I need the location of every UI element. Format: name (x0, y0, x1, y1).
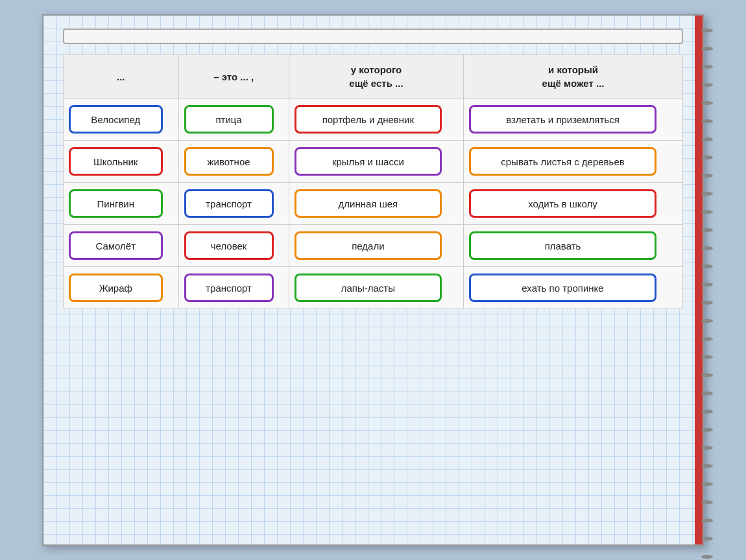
page-content: ... – это ... , у которогоещё есть ... и… (43, 16, 703, 544)
cell-r1-c2: птица (178, 99, 289, 141)
cell-r3-c3: длинная шея (289, 183, 463, 225)
word-card[interactable]: крылья и шасси (295, 147, 442, 176)
word-card[interactable]: педали (295, 231, 442, 260)
cell-r2-c2: животное (178, 141, 289, 183)
cell-r4-c4: плавать (464, 225, 683, 267)
col-header-2: – это ... , (178, 55, 289, 99)
word-card[interactable]: транспорт (184, 189, 274, 218)
word-card[interactable]: Пингвин (69, 189, 163, 218)
cell-r1-c1: Велосипед (64, 99, 179, 141)
word-card[interactable]: Школьник (69, 147, 163, 176)
table-row: Самолётчеловекпедалиплавать (64, 225, 683, 267)
word-card[interactable]: Самолёт (69, 231, 163, 260)
cell-r4-c2: человек (178, 225, 289, 267)
word-card[interactable]: ехать по тропинке (469, 274, 656, 302)
word-card[interactable]: срывать листья с деревьев (469, 147, 656, 176)
word-table: ... – это ... , у которогоещё есть ... и… (63, 54, 683, 309)
cell-r5-c1: Жираф (64, 267, 179, 309)
word-card[interactable]: длинная шея (295, 189, 442, 218)
word-card[interactable]: Велосипед (69, 105, 163, 134)
word-card[interactable]: ходить в школу (469, 189, 656, 218)
cell-r5-c2: транспорт (178, 267, 289, 309)
col-header-3: у которогоещё есть ... (289, 55, 463, 99)
table-row: Жирафтранспортлапы-ластыехать по тропинк… (64, 267, 683, 309)
cell-r2-c3: крылья и шасси (289, 141, 463, 183)
task-header (63, 29, 683, 44)
cell-r4-c3: педали (289, 225, 463, 267)
word-card[interactable]: животное (184, 147, 274, 176)
word-card[interactable]: транспорт (184, 274, 274, 302)
word-card[interactable]: взлетать и приземляться (469, 105, 656, 134)
spiral-binding (701, 29, 714, 531)
cell-r1-c4: взлетать и приземляться (464, 99, 683, 141)
cell-r3-c1: Пингвин (64, 183, 179, 225)
notebook: ... – это ... , у которогоещё есть ... и… (42, 14, 704, 546)
word-card[interactable]: плавать (469, 231, 656, 260)
cell-r2-c4: срывать листья с деревьев (464, 141, 683, 183)
word-card[interactable]: человек (184, 231, 274, 260)
col-header-1: ... (64, 55, 179, 99)
cell-r3-c2: транспорт (178, 183, 289, 225)
col-header-4: и которыйещё может ... (464, 55, 683, 99)
cell-r2-c1: Школьник (64, 141, 179, 183)
cell-r5-c3: лапы-ласты (289, 267, 463, 309)
word-card[interactable]: лапы-ласты (295, 274, 442, 302)
cell-r3-c4: ходить в школу (464, 183, 683, 225)
word-card[interactable]: портфель и дневник (295, 105, 442, 134)
table-row: Велосипедптицапортфель и дневниквзлетать… (64, 99, 683, 141)
cell-r1-c3: портфель и дневник (289, 99, 463, 141)
table-row: Пингвинтранспортдлинная шеяходить в школ… (64, 183, 683, 225)
cell-r5-c4: ехать по тропинке (464, 267, 683, 309)
cell-r4-c1: Самолёт (64, 225, 179, 267)
word-card[interactable]: Жираф (69, 274, 163, 302)
table-row: Школьникживотноекрылья и шассисрывать ли… (64, 141, 683, 183)
word-card[interactable]: птица (184, 105, 274, 134)
